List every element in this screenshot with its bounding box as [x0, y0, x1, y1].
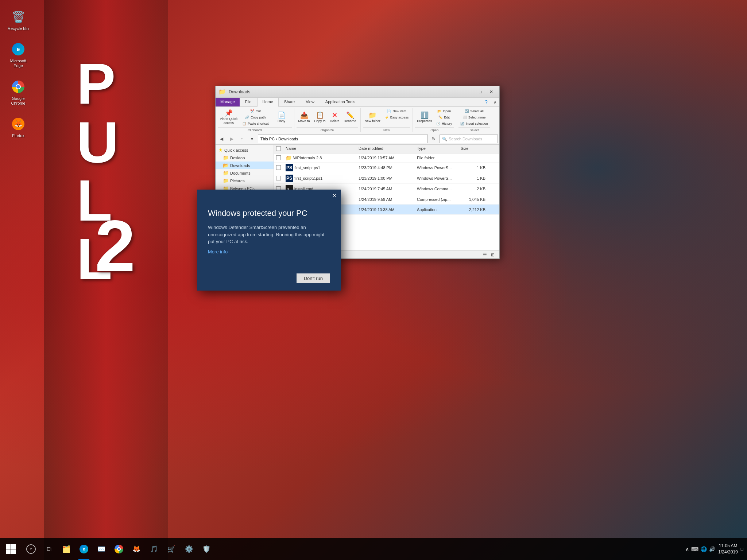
copy-button[interactable]: 📄 Copy [271, 108, 292, 127]
select-all-checkbox[interactable] [276, 146, 281, 151]
row-checkbox-1[interactable] [274, 164, 283, 171]
properties-button[interactable]: ℹ️ Properties [415, 108, 434, 127]
ps-icon-2: PS [286, 175, 293, 182]
new-folder-icon: 📁 [368, 112, 376, 118]
taskbar-edge[interactable]: e [75, 538, 93, 560]
header-date[interactable]: Date modified [356, 145, 415, 152]
paste-shortcut-button[interactable]: 📋 Paste shortcut [240, 121, 271, 127]
edge-icon[interactable]: e Microsoft Edge [4, 40, 33, 70]
select-all-button[interactable]: ☑️ Select all [458, 108, 490, 114]
invert-selection-button[interactable]: 🔄 Invert selection [458, 121, 490, 127]
sidebar-item-quick-access[interactable]: ★ Quick access [216, 146, 274, 154]
breadcrumb-text: This PC › Downloads [260, 137, 298, 141]
close-button[interactable]: ✕ [486, 88, 496, 96]
taskbar-file-explorer[interactable]: 🗂️ [58, 538, 75, 560]
refresh-button[interactable]: ↻ [429, 135, 438, 143]
tab-view[interactable]: View [300, 98, 320, 106]
table-row[interactable]: 📁 WPInternals 2.8 1/24/2019 10:57 AM Fil… [274, 153, 499, 163]
maximize-button[interactable]: □ [475, 88, 485, 96]
new-secondary: 📄 New item ⚡ Easy access [383, 108, 411, 127]
copy-icon: 📄 [278, 112, 286, 118]
notification-icon[interactable]: □ [741, 547, 743, 552]
quick-access-icon: ★ [218, 147, 223, 153]
taskbar-settings[interactable]: ⚙️ [180, 538, 198, 560]
easy-access-button[interactable]: ⚡ Easy access [383, 114, 411, 120]
large-icons-view-button[interactable]: ⊞ [489, 252, 496, 258]
recycle-bin-icon[interactable]: 🗑️ Recycle Bin [4, 7, 33, 32]
search-box[interactable]: 🔍 Search Downloads [440, 135, 498, 143]
taskbar-firefox[interactable]: 🦊 [128, 538, 145, 560]
sidebar-item-downloads[interactable]: 📂 Downloads [216, 162, 274, 169]
edit-button[interactable]: ✏️ Edit [434, 114, 454, 120]
sidebar-item-desktop[interactable]: 📁 Desktop [216, 154, 274, 162]
taskbar-store[interactable]: 🛒 [163, 538, 180, 560]
ribbon-organize-group: 📤 Move to 📋 Copy to ✕ Delete ✏️ Rename O… [294, 108, 361, 132]
defender-more-info-link[interactable]: More info [208, 249, 228, 254]
edit-label: Edit [444, 116, 450, 119]
tab-home[interactable]: Home [257, 98, 279, 107]
keyboard-icon[interactable]: ⌨ [691, 546, 698, 552]
task-view-button[interactable]: ⧉ [40, 538, 58, 560]
defender-title: Windows protected your PC [208, 209, 330, 218]
desktop-icons: 🗑️ Recycle Bin e Microsoft Edge Google C… [4, 7, 33, 140]
system-clock[interactable]: 11:05 AM 1/24/2019 [718, 543, 738, 555]
search-button[interactable]: ○ [22, 538, 40, 560]
header-size[interactable]: Size [458, 145, 488, 152]
table-row[interactable]: PS first_script2.ps1 1/23/2019 1:00 PM W… [274, 173, 499, 184]
tab-share[interactable]: Share [279, 98, 300, 106]
copy-to-button[interactable]: 📋 Copy to [313, 108, 328, 127]
checkbox-0[interactable] [276, 155, 281, 160]
move-to-button[interactable]: 📤 Move to [297, 108, 312, 127]
start-button[interactable] [0, 538, 22, 560]
checkbox-1[interactable] [276, 165, 281, 170]
recent-button[interactable]: ▼ [248, 135, 256, 143]
new-folder-label: New folder [365, 119, 380, 123]
rename-button[interactable]: ✏️ Rename [342, 108, 358, 127]
ribbon-spacer [361, 98, 482, 106]
select-none-button[interactable]: ⬜ Select none [458, 114, 490, 120]
new-item-button[interactable]: 📄 New item [383, 108, 411, 114]
breadcrumb[interactable]: This PC › Downloads [258, 135, 428, 143]
new-folder-button[interactable]: 📁 New folder [363, 108, 382, 127]
pin-to-quick-access-button[interactable]: 📌 Pin to Quick access [218, 108, 240, 127]
documents-label: Documents [230, 171, 251, 175]
taskbar-media[interactable]: 🎵 [145, 538, 163, 560]
checkbox-2[interactable] [276, 176, 281, 180]
tab-file[interactable]: File [240, 98, 257, 106]
cortana-icon: ○ [26, 544, 36, 554]
copy-path-button[interactable]: 🔗 Copy path [240, 114, 271, 120]
back-button[interactable]: ◀ [217, 135, 226, 143]
organize-buttons: 📤 Move to 📋 Copy to ✕ Delete ✏️ Rename [297, 108, 358, 127]
delete-button[interactable]: ✕ Delete [328, 108, 341, 127]
table-row[interactable]: PS first_script.ps1 1/23/2019 4:48 PM Wi… [274, 163, 499, 173]
open-button[interactable]: 📂 Open [434, 108, 454, 114]
row-checkbox-2[interactable] [274, 175, 283, 182]
history-button[interactable]: 🕐 History [434, 121, 454, 127]
volume-icon[interactable]: 🔊 [709, 546, 715, 552]
header-name[interactable]: Name [283, 145, 356, 152]
defender-dont-run-button[interactable]: Don't run [297, 273, 330, 283]
file-type-1: Windows PowerS... [415, 165, 458, 171]
row-checkbox-0[interactable] [274, 155, 283, 162]
chrome-icon[interactable]: Google Chrome [4, 77, 33, 107]
taskbar-security[interactable]: 🛡️ [198, 538, 215, 560]
sidebar-item-documents[interactable]: 📁 Documents [216, 169, 274, 177]
firefox-icon-desktop[interactable]: 🦊 Firefox [4, 114, 33, 140]
forward-button[interactable]: ▶ [227, 135, 236, 143]
header-type[interactable]: Type [415, 145, 458, 152]
tab-manage[interactable]: Manage [216, 98, 240, 106]
sidebar-item-pictures[interactable]: 📁 Pictures [216, 177, 274, 184]
minimize-button[interactable]: — [464, 88, 475, 96]
network-icon[interactable]: 🌐 [701, 546, 707, 552]
history-label: History [442, 122, 452, 125]
defender-close-button[interactable]: ✕ [329, 190, 340, 201]
ribbon-help-button[interactable]: ? [482, 98, 491, 106]
tab-application-tools[interactable]: Application Tools [320, 98, 361, 106]
taskbar-mail[interactable]: ✉️ [93, 538, 110, 560]
ribbon-collapse-button[interactable]: ∧ [491, 98, 499, 106]
cut-button[interactable]: ✂️ Cut [240, 108, 271, 114]
taskbar-chrome[interactable] [110, 538, 128, 560]
details-view-button[interactable]: ☰ [481, 252, 488, 258]
up-button[interactable]: ↑ [237, 135, 246, 143]
chevron-tray-icon[interactable]: ∧ [685, 546, 689, 552]
